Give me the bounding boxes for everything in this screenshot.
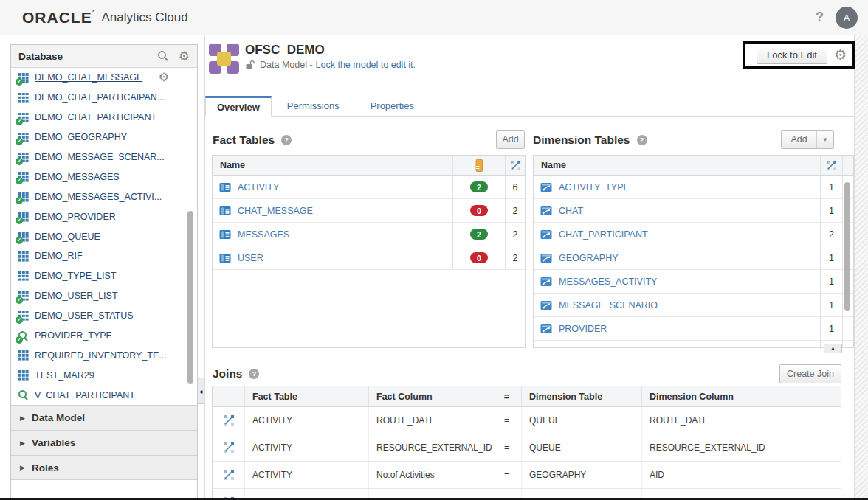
search-icon[interactable] [157, 50, 169, 62]
table-icon: ✓ [18, 350, 29, 361]
fact-add-button[interactable]: Add [496, 130, 525, 149]
dimension-table-row: PROVIDER 1 [534, 317, 853, 341]
fact-table-link[interactable]: ACTIVITY [238, 182, 279, 192]
sidebar-table-item[interactable]: ✓ DEMO_QUEUE ⚙ [11, 226, 197, 246]
dimension-table-link[interactable]: MESSAGE_SCENARIO [559, 300, 658, 310]
fact-table-link[interactable]: CHAT_MESSAGE [238, 206, 313, 216]
dimension-table-column-header: Dimension Table [521, 386, 641, 406]
sidebar-table-item[interactable]: ✓ PROVIDER_TYPE ⚙ [11, 326, 197, 346]
sidebar-table-item[interactable]: ✓ DEMO_MESSAGES ⚙ [11, 167, 197, 187]
help-icon[interactable]: ? [249, 369, 259, 379]
chevron-down-icon[interactable]: ▼ [816, 131, 833, 148]
join-count: 1 [820, 270, 842, 293]
sidebar-table-item[interactable]: ✓ V_CHAT_PARTICIPANT ⚙ [11, 385, 197, 405]
table-link[interactable]: REQUIRED_INVENTORY_TE... [35, 350, 167, 361]
sidebar-table-item[interactable]: ✓ DEMO_PROVIDER ⚙ [11, 206, 197, 226]
name-column-header: Name [534, 160, 820, 170]
sidebar-collapse-handle[interactable]: ◀ [197, 378, 204, 404]
dimension-table-link[interactable]: ACTIVITY_TYPE [559, 182, 630, 192]
join-count-icon [510, 160, 521, 171]
create-join-button[interactable]: Create Join [779, 364, 841, 383]
gear-icon[interactable]: ⚙ [179, 50, 190, 63]
sidebar-table-item[interactable]: ✓ DEMO_TYPE_LIST ⚙ [11, 266, 197, 286]
chevron-right-icon: ▶ [20, 440, 25, 447]
measures-badge: 0 [470, 205, 488, 216]
sidebar-table-item[interactable]: ✓ DEMO_CHAT_PARTICIPANT ⚙ [11, 108, 197, 128]
fact-table-link[interactable]: USER [238, 253, 264, 263]
join-equals: = [492, 462, 521, 488]
sidebar-accordion[interactable]: ▶ Roles [11, 455, 197, 480]
scroll-up-button[interactable]: ▲ [824, 344, 842, 353]
join-dimension-column: RESOURCE_EXTERNAL_ID [641, 434, 759, 461]
sidebar-table-item[interactable]: ✓ DEMO_MESSAGES_ACTIVI... ⚙ [11, 187, 197, 206]
fact-table-link[interactable]: MESSAGES [238, 229, 289, 240]
dimension-table-link[interactable]: CHAT [559, 206, 583, 216]
table-link[interactable]: DEMO_CHAT_PARTICAIPAN... [35, 92, 165, 103]
sidebar-accordion[interactable]: ▶ Variables [11, 430, 197, 455]
gear-icon[interactable]: ⚙ [159, 72, 169, 83]
dimension-table-link[interactable]: CHAT_PARTICIPANT [559, 229, 648, 240]
help-icon[interactable]: ? [281, 135, 292, 145]
dimension-scrollbar[interactable] [844, 182, 850, 311]
sidebar-scrollbar[interactable] [187, 211, 193, 384]
table-link[interactable]: TEST_MAR29 [35, 370, 94, 381]
sidebar-table-item[interactable]: ✓ DEMO_USER_LIST ⚙ [11, 286, 197, 306]
join-count: 1 [820, 294, 842, 316]
avatar[interactable]: A [836, 7, 858, 29]
dimension-table-row: PROVIDER_TYPE 1 [534, 341, 853, 348]
help-icon[interactable]: ? [637, 135, 647, 145]
join-icon [223, 469, 235, 481]
dimension-table-link[interactable]: PROVIDER_TYPE [559, 347, 636, 349]
fact-column-column-header: Fact Column [368, 386, 492, 406]
dimension-table-row: MESSAGE_SCENARIO 1 [534, 294, 853, 317]
table-link[interactable]: DEMO_QUEUE [35, 232, 100, 242]
table-link[interactable]: DEMO_GEOGRAPHY [35, 132, 127, 142]
dimension-table-link[interactable]: GEOGRAPHY [559, 253, 619, 263]
join-fact-table: ACTIVITY [244, 407, 368, 434]
tab-properties[interactable]: Properties [355, 95, 430, 116]
table-icon: ✓ [18, 132, 29, 143]
lock-to-edit-button[interactable]: Lock to Edit [757, 46, 827, 64]
sidebar-accordion[interactable]: ▶ Data Model [11, 405, 197, 430]
table-icon: ✓ [18, 291, 29, 302]
lock-model-link[interactable]: Lock the model to edit it. [316, 60, 416, 70]
tab-permissions[interactable]: Permissions [272, 95, 355, 116]
dimension-table-link[interactable]: PROVIDER [559, 324, 607, 334]
tab-overview[interactable]: Overview [205, 96, 272, 117]
table-list: ✓ DEMO_CHAT_MESSAGE ⚙ ✓ DEMO_CHAT_PARTIC… [11, 68, 197, 405]
table-link[interactable]: PROVIDER_TYPE [35, 330, 112, 341]
help-icon[interactable]: ? [816, 10, 824, 25]
join-row: ACTIVITY RESOURCE_EXTERNAL_ID = QUEUE RE… [213, 434, 841, 462]
dimension-table-icon [540, 253, 552, 263]
table-link[interactable]: DEMO_TYPE_LIST [35, 271, 116, 281]
table-link[interactable]: DEMO_USER_LIST [35, 291, 118, 301]
dimension-table-link[interactable]: MESSAGES_ACTIVITY [559, 277, 657, 287]
table-link[interactable]: DEMO_RIF [35, 251, 83, 261]
sidebar-table-item[interactable]: ✓ DEMO_CHAT_MESSAGE ⚙ [11, 68, 197, 88]
gear-icon[interactable]: ⚙ [834, 48, 847, 62]
table-link[interactable]: DEMO_CHAT_MESSAGE [35, 72, 142, 83]
table-icon: ✓ [18, 112, 29, 123]
table-icon: ✓ [18, 310, 29, 322]
sidebar-table-item[interactable]: ✓ REQUIRED_INVENTORY_TE... ⚙ [11, 345, 197, 365]
fact-table-row: ACTIVITY 2 6 [213, 176, 525, 199]
table-icon: ✓ [18, 389, 29, 400]
sidebar-table-item[interactable]: ✓ TEST_MAR29 ⚙ [11, 365, 197, 385]
table-link[interactable]: DEMO_MESSAGE_SCENAR... [35, 152, 165, 162]
table-link[interactable]: DEMO_PROVIDER [35, 212, 116, 222]
dimension-table-icon [540, 324, 552, 334]
dimension-add-button[interactable]: Add ▼ [781, 130, 834, 149]
table-link[interactable]: DEMO_MESSAGES [35, 172, 120, 182]
add-label: Add [782, 134, 816, 145]
sidebar-table-item[interactable]: ✓ DEMO_GEOGRAPHY ⚙ [11, 128, 197, 147]
sidebar-table-item[interactable]: ✓ DEMO_MESSAGE_SCENAR... ⚙ [11, 147, 197, 167]
table-link[interactable]: DEMO_MESSAGES_ACTIVI... [35, 192, 162, 202]
join-fact-table: ACTIVITY [244, 434, 368, 461]
table-link[interactable]: DEMO_CHAT_PARTICIPANT [35, 112, 156, 122]
sidebar-table-item[interactable]: ✓ DEMO_CHAT_PARTICAIPAN... ⚙ [11, 88, 197, 108]
table-link[interactable]: DEMO_USER_STATUS [35, 310, 134, 321]
table-link[interactable]: V_CHAT_PARTICIPANT [35, 390, 135, 400]
dimension-table-row: ACTIVITY_TYPE 1 [534, 176, 853, 199]
sidebar-table-item[interactable]: ✓ DEMO_RIF ⚙ [11, 246, 197, 266]
sidebar-table-item[interactable]: ✓ DEMO_USER_STATUS ⚙ [11, 306, 197, 326]
